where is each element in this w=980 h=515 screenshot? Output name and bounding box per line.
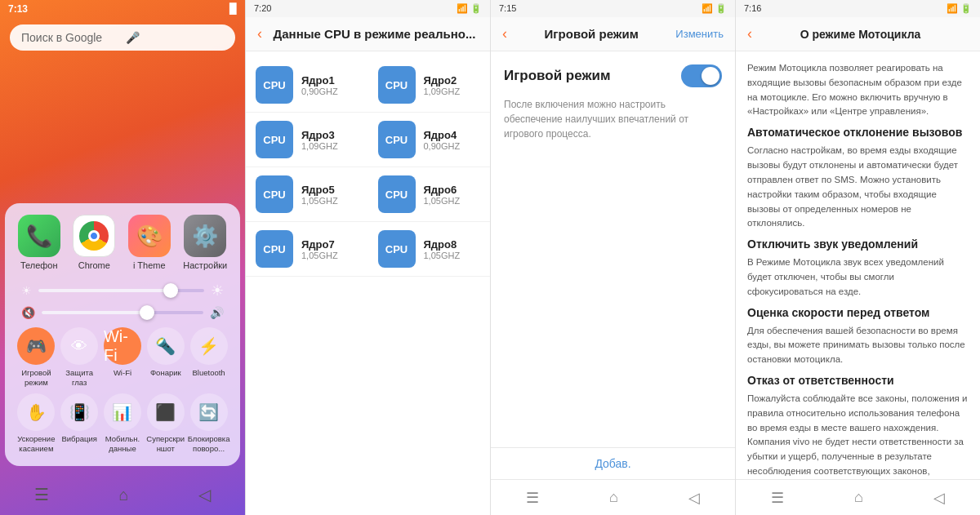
moto-section1-text: Согласно настройкам, во время езды входя… <box>747 144 969 231</box>
cpu-core-7: CPU Ядро7 1,05GHZ <box>246 222 368 277</box>
toggle-screenshot[interactable]: ⬛ Суперскри ншот <box>145 393 187 453</box>
vibration-label: Вибрация <box>61 434 97 443</box>
touch-label: Ускорение касанием <box>15 434 57 453</box>
cpu-core7-icon: CPU <box>256 230 293 268</box>
cpu-back-button[interactable]: ‹ <box>257 25 262 42</box>
cpu-status-icons: 📶 🔋 <box>457 3 482 14</box>
cpu-core7-name: Ядро7 <box>301 238 338 251</box>
navbar-moto: ☰ ⌂ ◁ <box>736 479 980 515</box>
nav-home-button-game[interactable]: ⌂ <box>609 489 618 506</box>
cpu-header: ‹ Данные CPU в режиме реально... <box>246 17 490 51</box>
cpu-row-1: CPU Ядро1 0,90GHZ CPU Ядро2 1,09GHZ <box>246 58 490 113</box>
game-action-button[interactable]: Изменить <box>675 28 724 40</box>
moto-content: Режим Мотоцикла позволяет реагировать на… <box>736 51 980 479</box>
cpu-core6-speed: 1,05GHZ <box>424 196 461 206</box>
moto-section-3: Оценка скорости перед ответом Для обеспе… <box>747 306 969 367</box>
moto-section-4: Отказ от ответственности Пожалуйста собл… <box>747 374 969 479</box>
cpu-core2-speed: 1,09GHZ <box>424 87 461 96</box>
moto-section2-text: В Режиме Мотоцикла звук всех уведомлений… <box>747 255 969 299</box>
theme-icon: 🎨 <box>128 215 171 257</box>
quick-settings-dock: 📞 Телефон Chrome 🎨 i Theme ⚙️ Настройки … <box>5 203 240 466</box>
bluetooth-icon: ⚡ <box>190 327 228 365</box>
toggle-game-mode[interactable]: 🎮 Игровой режим <box>15 327 57 387</box>
app-chrome[interactable]: Chrome <box>73 215 115 270</box>
game-status-icons: 📶 🔋 <box>702 3 727 14</box>
game-mode-label: Игровой режим <box>15 368 57 387</box>
cpu-core2-name: Ядро2 <box>424 74 461 87</box>
cpu-core8-icon: CPU <box>378 230 416 268</box>
toggle-flashlight[interactable]: 🔦 Фонарик <box>145 327 187 387</box>
navbar-home: ☰ ⌂ ◁ <box>0 474 245 515</box>
mic-icon[interactable]: 🎤 <box>126 31 224 44</box>
app-phone-label: Телефон <box>20 260 58 270</box>
mobile-icon: 📊 <box>104 393 141 431</box>
cpu-core3-name: Ядро3 <box>301 129 338 141</box>
search-bar[interactable]: Поиск в Google 🎤 <box>10 24 235 51</box>
toggle-mobile-data[interactable]: 📊 Мобильн. данные <box>101 393 144 453</box>
touch-icon: ✋ <box>17 393 55 431</box>
game-footer: Добав. <box>491 447 735 479</box>
phone-icon: 📞 <box>18 215 60 257</box>
cpu-core1-name: Ядро1 <box>301 74 338 87</box>
vibration-icon: 📳 <box>60 393 98 431</box>
game-mode-switch[interactable] <box>681 64 722 87</box>
game-mode-title: Игровой режим <box>504 68 611 84</box>
cpu-core-3: CPU Ядро3 1,09GHZ <box>246 113 368 167</box>
moto-section4-text: Пожалуйста соблюдайте все законы, положе… <box>747 392 969 479</box>
app-phone[interactable]: 📞 Телефон <box>18 215 60 270</box>
moto-header: ‹ О режиме Мотоцикла <box>736 17 980 51</box>
volume-slider[interactable] <box>42 311 203 314</box>
nav-back-button-game[interactable]: ◁ <box>688 489 700 507</box>
rotation-icon: 🔄 <box>190 393 228 431</box>
app-settings[interactable]: ⚙️ Настройки <box>183 215 227 270</box>
game-add-button[interactable]: Добав. <box>595 457 630 470</box>
eye-icon: 👁 <box>60 327 98 365</box>
game-mode-description: После включения можно настроить обеспече… <box>504 97 722 141</box>
app-theme-label: i Theme <box>133 260 166 270</box>
game-header: ‹ Игровой режим Изменить <box>491 17 735 51</box>
brightness-row: ☀ ☀ <box>11 278 234 303</box>
bluetooth-label: Bluetooth <box>193 368 225 377</box>
nav-menu-button[interactable]: ☰ <box>34 485 49 504</box>
cpu-core-2: CPU Ядро2 1,09GHZ <box>368 58 491 113</box>
quick-toggles-row1: 🎮 Игровой режим 👁 Защита глаз Wi-Fi Wi-F… <box>11 322 234 390</box>
volume-row: 🔇 🔊 <box>11 303 234 322</box>
screenshot-icon: ⬛ <box>147 393 185 431</box>
wifi-label: Wi-Fi <box>114 368 131 377</box>
cpu-status-time: 7:20 <box>254 3 271 14</box>
game-content: Игровой режим После включения можно наст… <box>491 51 735 447</box>
nav-menu-button-moto[interactable]: ☰ <box>771 489 784 507</box>
nav-menu-button-game[interactable]: ☰ <box>526 489 539 507</box>
app-theme[interactable]: 🎨 i Theme <box>128 215 171 270</box>
toggle-touch-boost[interactable]: ✋ Ускорение касанием <box>15 393 57 453</box>
app-row: 📞 Телефон Chrome 🎨 i Theme ⚙️ Настройки <box>11 215 234 270</box>
brightness-slider[interactable] <box>38 289 204 292</box>
cpu-core-1: CPU Ядро1 0,90GHZ <box>246 58 368 113</box>
toggle-wifi[interactable]: Wi-Fi Wi-Fi <box>101 327 144 387</box>
volume-high-icon: 🔊 <box>210 306 224 319</box>
moto-section2-title: Отключить звук уведомлений <box>747 238 969 251</box>
nav-home-button-moto[interactable]: ⌂ <box>854 489 863 506</box>
cpu-title: Данные CPU в режиме реально... <box>270 27 479 41</box>
game-title: Игровой режим <box>507 27 675 41</box>
cpu-core4-name: Ядро4 <box>424 129 461 141</box>
nav-home-button[interactable]: ⌂ <box>118 486 128 504</box>
moto-section4-title: Отказ от ответственности <box>747 374 969 387</box>
eye-label: Защита глаз <box>58 368 100 387</box>
settings-icon: ⚙️ <box>184 215 226 257</box>
toggle-bluetooth[interactable]: ⚡ Bluetooth <box>188 327 230 387</box>
moto-intro: Режим Мотоцикла позволяет реагировать на… <box>747 61 969 119</box>
nav-back-button[interactable]: ◁ <box>198 485 211 504</box>
cpu-core6-icon: CPU <box>378 175 416 213</box>
cpu-row-4: CPU Ядро7 1,05GHZ CPU Ядро8 1,05GHZ <box>246 222 490 277</box>
toggle-eye-protection[interactable]: 👁 Защита глаз <box>58 327 100 387</box>
mobile-label: Мобильн. данные <box>101 434 144 453</box>
toggle-vibration[interactable]: 📳 Вибрация <box>58 393 100 453</box>
screenshot-label: Суперскри ншот <box>145 434 187 453</box>
game-status-time: 7:15 <box>499 3 516 14</box>
search-label: Поиск в Google <box>21 31 119 44</box>
cpu-core5-speed: 1,05GHZ <box>301 196 338 206</box>
toggle-rotation[interactable]: 🔄 Блокировка поворо... <box>188 393 230 453</box>
app-settings-label: Настройки <box>183 260 227 270</box>
nav-back-button-moto[interactable]: ◁ <box>933 489 945 507</box>
